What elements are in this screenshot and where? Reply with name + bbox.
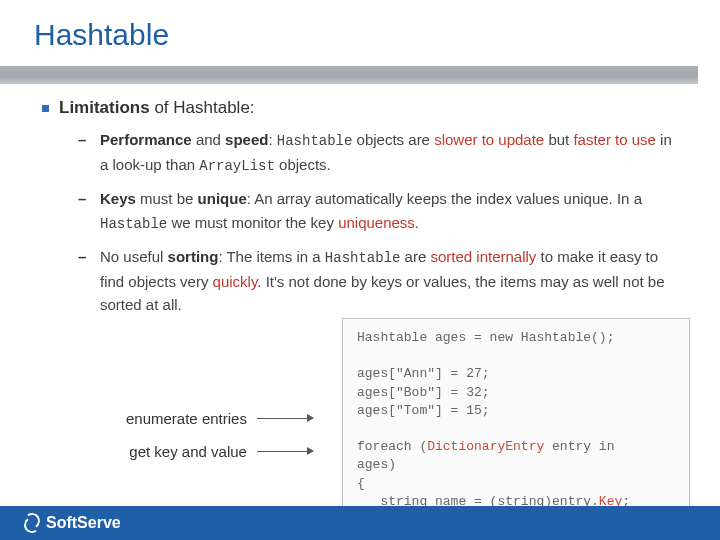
- txt: :: [268, 131, 276, 148]
- txt: Hashtable: [277, 133, 353, 149]
- txt: slower to update: [434, 131, 544, 148]
- annotation-enumerate: enumerate entries: [126, 410, 313, 427]
- txt: : An array automatically keeps the index…: [247, 190, 642, 207]
- footer-bar: SoftServe: [0, 506, 720, 540]
- top-bullet-text: Limitations of Hashtable:: [59, 98, 255, 118]
- txt: faster to use: [573, 131, 656, 148]
- txt: Hastable: [100, 216, 167, 232]
- code-line: foreach (: [357, 439, 427, 454]
- brand-name: SoftServe: [46, 514, 121, 532]
- txt: Keys: [100, 190, 136, 207]
- txt: uniqueness: [338, 214, 415, 231]
- txt: objects.: [275, 156, 331, 173]
- code-line: {: [357, 476, 365, 491]
- slide-title: Hashtable: [0, 0, 720, 52]
- bullet-square-icon: [42, 105, 49, 112]
- code-line: Hashtable ages = new Hashtable();: [357, 330, 614, 345]
- txt: must be: [136, 190, 198, 207]
- annotation-text: enumerate entries: [126, 410, 247, 427]
- txt: ArrayList: [199, 158, 275, 174]
- top-rest: of Hashtable:: [150, 98, 255, 117]
- txt: we must monitor the key: [167, 214, 338, 231]
- txt: and: [192, 131, 225, 148]
- code-hl: DictionaryEntry: [427, 439, 544, 454]
- code-line: ages["Bob"] = 32;: [357, 385, 490, 400]
- title-underline-bar: [0, 66, 698, 84]
- txt: objects are: [352, 131, 434, 148]
- txt: Hashtable: [325, 250, 401, 266]
- annotation-getkv: get key and value: [126, 443, 313, 460]
- txt: unique: [198, 190, 247, 207]
- sub-bullet-list: Performance and speed: Hashtable objects…: [78, 128, 682, 317]
- arrow-icon: [257, 418, 313, 420]
- code-line: ages["Ann"] = 27;: [357, 366, 490, 381]
- code-line: ages): [357, 457, 396, 472]
- txt: Performance: [100, 131, 192, 148]
- annotation-text: get key and value: [129, 443, 247, 460]
- arrow-icon: [257, 451, 313, 453]
- sub-item-1: Performance and speed: Hashtable objects…: [78, 128, 682, 177]
- content-area: Limitations of Hashtable: Performance an…: [0, 84, 720, 317]
- txt: sorted internally: [430, 248, 536, 265]
- txt: No useful: [100, 248, 168, 265]
- top-bullet: Limitations of Hashtable:: [42, 98, 682, 118]
- txt: .: [415, 214, 419, 231]
- txt: speed: [225, 131, 268, 148]
- txt: are: [400, 248, 430, 265]
- txt: : The items in a: [218, 248, 324, 265]
- code-line: entry in: [544, 439, 614, 454]
- top-highlight: Limitations: [59, 98, 150, 117]
- sub-item-3: No useful sorting: The items in a Hashta…: [78, 245, 682, 316]
- sub-item-2: Keys must be unique: An array automatica…: [78, 187, 682, 235]
- softserve-logo-icon: [22, 513, 42, 533]
- txt: quickly: [213, 273, 258, 290]
- code-line: ages["Tom"] = 15;: [357, 403, 490, 418]
- code-annotations: enumerate entries get key and value: [126, 410, 313, 476]
- txt: sorting: [168, 248, 219, 265]
- txt: but: [544, 131, 573, 148]
